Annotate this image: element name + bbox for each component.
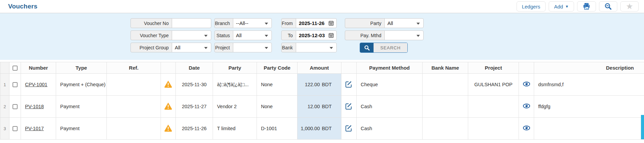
cell-amount: 122.00BDT bbox=[297, 74, 341, 96]
row-checkbox[interactable] bbox=[13, 104, 18, 109]
ledgers-button[interactable]: Ledgers bbox=[517, 1, 546, 11]
cell-check bbox=[9, 118, 21, 140]
vertical-scrollbar-thumb[interactable] bbox=[641, 115, 644, 139]
header-edit bbox=[341, 62, 357, 74]
to-date-value: 2025-12-03 bbox=[299, 32, 325, 38]
print-button[interactable] bbox=[577, 1, 596, 11]
cell-number: PV-1017 bbox=[21, 118, 56, 140]
bank-select[interactable] bbox=[296, 43, 337, 52]
branch-group: Branch --All-- bbox=[214, 18, 272, 28]
zoom-out-icon bbox=[604, 3, 612, 10]
calendar-icon bbox=[329, 33, 334, 38]
project-select[interactable] bbox=[233, 43, 272, 52]
vouchers-table: Number Type Ref. Date Party Party Code A… bbox=[0, 62, 644, 140]
cell-party: à¦□à¦¶à¦¿à¦□... bbox=[213, 74, 257, 96]
header-type: Type bbox=[56, 62, 107, 74]
cell-rownum: 2 bbox=[0, 96, 9, 118]
filter-row-1: Voucher No Branch --All-- From 2025-11-2… bbox=[130, 18, 644, 28]
add-button[interactable]: Add ▼ bbox=[549, 1, 574, 11]
party-group: Party All bbox=[345, 18, 424, 28]
bank-label: Bank bbox=[281, 43, 296, 52]
chevron-down-icon: ▼ bbox=[565, 4, 569, 8]
voucher-number-link[interactable]: PV-1017 bbox=[25, 126, 44, 131]
cell-check bbox=[9, 96, 21, 118]
voucher-no-input[interactable] bbox=[172, 18, 211, 28]
cell-payment-method: Cash bbox=[357, 96, 423, 118]
cell-party: Vendor 2 bbox=[213, 96, 257, 118]
cell-edit bbox=[341, 96, 357, 118]
zoom-out-button[interactable] bbox=[599, 1, 617, 11]
header-date: Date bbox=[176, 62, 213, 74]
cell-party: T limited bbox=[213, 118, 257, 140]
branch-select[interactable]: --All-- bbox=[233, 18, 272, 28]
from-date-value: 2025-11-26 bbox=[299, 20, 325, 26]
voucher-no-group: Voucher No bbox=[130, 18, 211, 28]
voucher-no-label: Voucher No bbox=[130, 18, 172, 28]
header-number: Number bbox=[21, 62, 56, 74]
header-party: Party bbox=[213, 62, 257, 74]
table-row: 2 PV-1018 Payment 2 bbox=[0, 96, 644, 118]
voucher-number-link[interactable]: PV-1018 bbox=[25, 104, 44, 109]
pay-mthd-select[interactable] bbox=[384, 30, 424, 40]
cell-party-code: None bbox=[257, 74, 297, 96]
bank-group: Bank bbox=[281, 43, 337, 52]
cell-date: 2025-11-26 bbox=[176, 118, 213, 140]
favorite-button[interactable]: ★ bbox=[620, 1, 639, 11]
edit-icon[interactable] bbox=[345, 80, 353, 88]
to-date-input[interactable]: 2025-12-03 bbox=[296, 30, 337, 40]
cell-description: ffdgfg bbox=[534, 96, 644, 118]
page-title: Vouchers bbox=[8, 3, 38, 10]
eye-icon[interactable] bbox=[523, 81, 530, 87]
header-bank-name: Bank Name bbox=[423, 62, 468, 74]
pay-mthd-label: Pay. Mthd bbox=[345, 30, 385, 40]
ledgers-button-label: Ledgers bbox=[522, 4, 540, 9]
status-group: Status All bbox=[214, 30, 272, 40]
cell-amount: 1,000.00BDT bbox=[297, 118, 341, 140]
edit-icon[interactable] bbox=[345, 124, 353, 132]
voucher-number-link[interactable]: CPV-1001 bbox=[25, 82, 47, 87]
select-all-checkbox[interactable] bbox=[13, 66, 18, 71]
currency-label: BDT bbox=[322, 104, 332, 109]
row-checkbox[interactable] bbox=[13, 82, 18, 87]
cell-edit bbox=[341, 118, 357, 140]
cell-number: CPV-1001 bbox=[21, 74, 56, 96]
search-button[interactable]: SEARCH bbox=[360, 43, 408, 53]
edit-icon[interactable] bbox=[345, 102, 353, 110]
project-group2: Project bbox=[214, 43, 272, 52]
cell-payment-method: Cheque bbox=[357, 74, 423, 96]
eye-icon[interactable] bbox=[523, 125, 530, 130]
header-rownum bbox=[0, 62, 9, 74]
header-ref: Ref. bbox=[107, 62, 161, 74]
branch-label: Branch bbox=[214, 18, 233, 28]
star-icon: ★ bbox=[626, 2, 633, 10]
party-select[interactable]: All bbox=[384, 18, 424, 28]
voucher-type-select[interactable] bbox=[172, 30, 211, 40]
cell-bank-name bbox=[423, 118, 468, 140]
voucher-type-group: Voucher Type bbox=[130, 30, 211, 40]
status-select[interactable]: All bbox=[233, 30, 272, 40]
cell-number: PV-1018 bbox=[21, 96, 56, 118]
row-checkbox[interactable] bbox=[13, 126, 18, 131]
cell-amount: 12.00BDT bbox=[297, 96, 341, 118]
to-date-group: To 2025-12-03 bbox=[281, 30, 337, 40]
topbar-actions: Ledgers Add ▼ bbox=[517, 1, 639, 11]
cell-bank-name bbox=[423, 74, 468, 96]
warning-icon bbox=[164, 80, 172, 88]
eye-icon[interactable] bbox=[523, 103, 530, 109]
to-date-label: To bbox=[281, 30, 296, 40]
cell-warning bbox=[161, 118, 176, 140]
cell-description: dsmfnsmd,f bbox=[534, 74, 644, 96]
cell-edit bbox=[341, 74, 357, 96]
cell-type: Payment bbox=[56, 96, 107, 118]
table-row: 3 PV-1017 Payment 2 bbox=[0, 118, 644, 140]
search-group: SEARCH bbox=[345, 43, 424, 52]
project-group-select[interactable]: All bbox=[172, 43, 211, 52]
calendar-icon bbox=[329, 21, 334, 26]
cell-payment-method: Cash bbox=[357, 118, 423, 140]
from-date-input[interactable]: 2025-11-26 bbox=[296, 18, 337, 28]
from-date-group: From 2025-11-26 bbox=[281, 18, 337, 28]
header-payment-method: Payment Method bbox=[357, 62, 423, 74]
amount-value: 122.00 bbox=[305, 82, 320, 87]
cell-view bbox=[519, 96, 534, 118]
cell-party-code: None bbox=[257, 96, 297, 118]
